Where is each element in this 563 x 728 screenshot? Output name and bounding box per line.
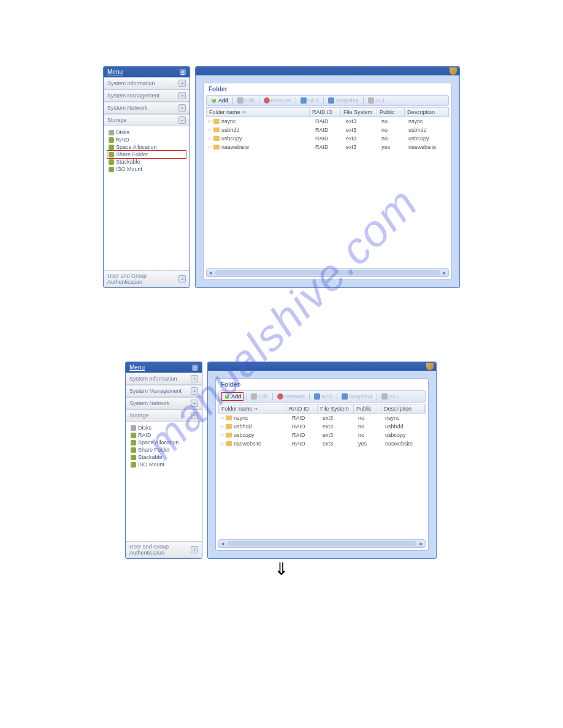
folder-icon xyxy=(226,433,232,438)
section-user-auth[interactable]: User and Group Authentication + xyxy=(126,541,202,558)
column-description[interactable]: Description xyxy=(405,108,448,116)
expand-icon[interactable]: + xyxy=(191,375,198,382)
expand-icon[interactable]: + xyxy=(191,400,198,407)
column-file-system[interactable]: File System xyxy=(341,108,377,116)
tree-item-iso-mount[interactable]: ISO Mount xyxy=(107,165,186,173)
stack-icon xyxy=(109,159,114,165)
folder-icon xyxy=(109,152,114,157)
separator xyxy=(246,393,247,400)
table-row[interactable]: ▷naswebsiteRAIDext3yesnaswebsite xyxy=(206,143,449,151)
remove-button[interactable]: Remove xyxy=(262,97,294,104)
expand-icon[interactable]: + xyxy=(191,387,198,395)
expand-triangle-icon[interactable]: ▷ xyxy=(209,127,212,132)
expand-icon[interactable]: + xyxy=(178,80,186,87)
acl-button[interactable]: ACL xyxy=(380,393,402,400)
column-raid-id[interactable]: RAID ID xyxy=(310,108,341,116)
tree-item-stackable[interactable]: Stackable xyxy=(107,158,186,165)
edit-icon xyxy=(251,393,257,400)
section-storage[interactable]: Storage − xyxy=(126,409,202,422)
raid-icon xyxy=(109,137,114,143)
scroll-left-icon[interactable]: ◄ xyxy=(220,541,225,547)
scroll-left-icon[interactable]: ◄ xyxy=(208,270,213,276)
menu-collapse-button[interactable]: « xyxy=(192,365,198,371)
snapshot-button[interactable]: Snapshot xyxy=(340,393,374,400)
collapse-icon[interactable]: − xyxy=(191,412,198,419)
column-raid-id[interactable]: RAID ID xyxy=(286,404,318,413)
edit-button[interactable]: Edit xyxy=(236,97,256,104)
expand-triangle-icon[interactable]: ▷ xyxy=(221,441,224,446)
column-public[interactable]: Public xyxy=(377,108,405,116)
nfs-button[interactable]: NFS xyxy=(312,393,334,400)
expand-icon[interactable]: + xyxy=(178,92,186,99)
scroll-right-icon[interactable]: ► xyxy=(419,541,424,547)
column-file-system[interactable]: File System xyxy=(318,404,354,413)
scroll-track[interactable] xyxy=(228,541,416,546)
column-public[interactable]: Public xyxy=(354,404,381,413)
content-header xyxy=(208,362,436,371)
section-system-information[interactable]: System Information + xyxy=(104,77,190,89)
expand-triangle-icon[interactable]: ▷ xyxy=(221,415,224,420)
section-system-management[interactable]: System Management + xyxy=(104,89,190,102)
collapse-icon[interactable]: − xyxy=(178,116,186,124)
folder-icon xyxy=(226,424,232,429)
tree-item-stackable[interactable]: Stackable xyxy=(129,453,198,461)
horizontal-scrollbar[interactable]: ◄ ► xyxy=(206,268,449,277)
acl-button[interactable]: ACL xyxy=(366,97,388,104)
column-folder-name[interactable]: Folder name ›› xyxy=(219,404,286,413)
space-icon xyxy=(109,145,114,150)
iso-icon xyxy=(131,462,136,468)
table-row[interactable]: ▷usbhddRAIDext3nousbhdd xyxy=(218,422,426,431)
expand-triangle-icon[interactable]: ▷ xyxy=(209,145,212,150)
separator xyxy=(259,97,259,104)
content-panel: Folder Add Edit Remove NFS Snapshot ACL xyxy=(207,362,437,559)
expand-icon[interactable]: + xyxy=(178,104,186,112)
section-system-network[interactable]: System Network + xyxy=(104,102,190,114)
tree-item-disks[interactable]: Disks xyxy=(129,424,198,431)
table-row[interactable]: ▷nsyncRAIDext3nonsync xyxy=(206,117,449,126)
expand-icon[interactable]: + xyxy=(191,546,198,553)
horizontal-scrollbar[interactable]: ◄ ► xyxy=(218,539,426,548)
add-button[interactable]: Add xyxy=(209,97,230,104)
table-row[interactable]: ▷usbcopyRAIDext3nousbcopy xyxy=(218,431,426,439)
expand-triangle-icon[interactable]: ▷ xyxy=(221,424,224,429)
shield-icon xyxy=(426,363,434,370)
tree-item-share-folder[interactable]: Share Folder xyxy=(107,150,186,159)
expand-triangle-icon[interactable]: ▷ xyxy=(221,433,224,438)
sidebar: Menu « System Information + System Manag… xyxy=(125,362,202,559)
expand-icon[interactable]: + xyxy=(178,275,186,282)
content-header xyxy=(196,67,459,75)
acl-icon xyxy=(368,97,374,104)
expand-triangle-icon[interactable]: ▷ xyxy=(209,136,212,141)
stack-icon xyxy=(131,455,136,460)
toolbar: Add Edit Remove NFS Snapshot ACL xyxy=(206,95,449,106)
tree-item-iso-mount[interactable]: ISO Mount xyxy=(129,461,198,468)
section-user-auth[interactable]: User and Group Authentication + xyxy=(104,270,190,287)
column-description[interactable]: Description xyxy=(381,404,425,413)
snapshot-button[interactable]: Snapshot xyxy=(326,97,361,104)
remove-icon xyxy=(264,97,270,104)
section-system-network[interactable]: System Network + xyxy=(126,397,202,409)
scroll-right-icon[interactable]: ► xyxy=(442,270,447,276)
tree-item-disks[interactable]: Disks xyxy=(107,129,186,136)
scroll-track[interactable] xyxy=(215,270,440,275)
menu-collapse-button[interactable]: « xyxy=(180,69,186,75)
tree-item-space-allocation[interactable]: Space Allocation xyxy=(129,439,198,446)
edit-button[interactable]: Edit xyxy=(249,393,270,400)
folder-table: Folder name ›› RAID ID File System Publi… xyxy=(218,404,426,448)
section-system-information[interactable]: System Information + xyxy=(126,373,202,385)
column-folder-name[interactable]: Folder name ›› xyxy=(207,108,310,116)
add-icon xyxy=(211,97,217,104)
expand-triangle-icon[interactable]: ▷ xyxy=(209,119,212,124)
tree-item-raid[interactable]: RAID xyxy=(107,136,186,143)
section-system-management[interactable]: System Management + xyxy=(126,385,202,397)
table-row[interactable]: ▷nsyncRAIDext3nonsync xyxy=(218,414,426,422)
section-storage[interactable]: Storage − xyxy=(104,114,190,126)
table-row[interactable]: ▷naswebsiteRAIDext3yesnaswebsite xyxy=(218,439,426,448)
nfs-button[interactable]: NFS xyxy=(299,97,321,104)
add-button[interactable]: Add xyxy=(221,392,243,401)
table-row[interactable]: ▷usbhddRAIDext3nousbhdd xyxy=(206,126,449,134)
tree-item-raid[interactable]: RAID xyxy=(129,431,198,439)
tree-item-share-folder[interactable]: Share Folder xyxy=(129,446,198,453)
table-row[interactable]: ▷usbcopyRAIDext3nousbcopy xyxy=(206,134,449,143)
remove-button[interactable]: Remove xyxy=(275,393,307,400)
